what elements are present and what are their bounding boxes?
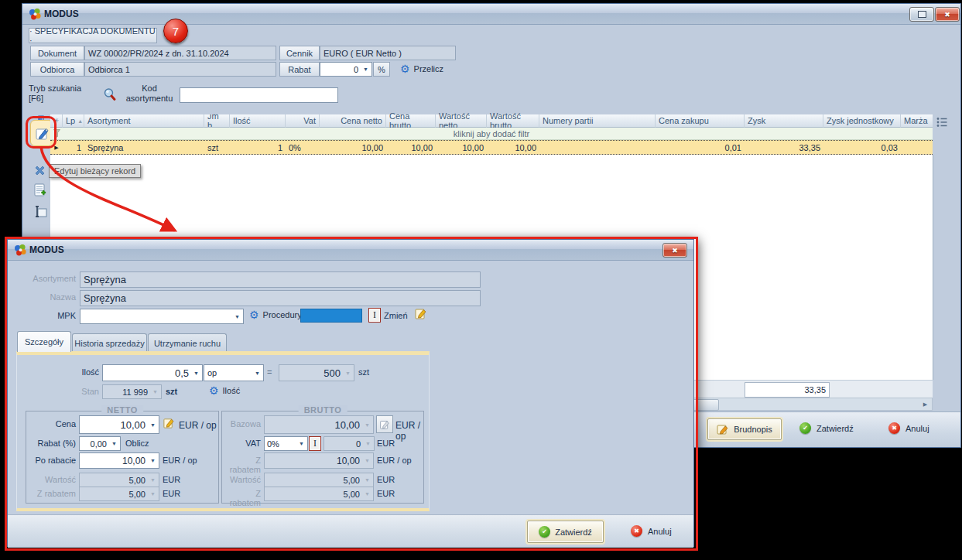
brutto-groupbox: BRUTTO Bazowa 10,00 ▼ EUR / op VAT 0% ▼ … [221,411,424,504]
cell-cena-netto[interactable]: 10,00 [320,141,386,154]
grid-header: ✳ Lp ▲ Asortyment Jm b... Ilość Vat Cena… [50,114,933,128]
grid-header-jm[interactable]: Jm b... [204,114,230,128]
scrollbar-right-arrow[interactable]: ▶ [919,399,931,409]
unit-dropdown[interactable]: op ▼ [204,364,264,381]
cell-wartosc-brutto[interactable]: 10,00 [487,141,539,154]
grid-header-marza[interactable]: Marża [901,114,933,128]
cell-marza[interactable] [901,141,933,154]
cena-input[interactable]: 10,00 ▼ [79,415,159,434]
modal-titlebar[interactable]: MODUS ✖ [8,240,693,261]
zmien-label[interactable]: Zmień [384,311,408,320]
bazowa-label: Bazowa [222,419,261,429]
chevron-down-icon[interactable]: ▼ [360,63,371,76]
stan-unit-label: szt [166,387,177,396]
cena-chevron-down-icon[interactable]: ▼ [147,416,159,433]
procedury-color-swatch[interactable] [300,309,362,323]
grid-header-vat[interactable]: Vat [286,114,320,128]
cell-zysk-jednostkowy[interactable]: 0,03 [823,141,901,154]
main-zatwierdz-button[interactable]: ✔ Zatwierdź [799,422,854,434]
rename-icon[interactable] [33,204,48,220]
add-document-icon[interactable] [33,183,47,199]
cennik-value-box[interactable]: EURO ( EUR Netto ) [320,46,456,60]
rabat-pct-input[interactable]: 0,00 ▼ [79,436,121,451]
grid-header-zysk[interactable]: Zysk [745,114,823,128]
asortyment-label: Asortyment [8,274,76,283]
rabat-input[interactable]: 0 ▼ [320,62,372,77]
grid-header-wartosc-netto[interactable]: Wartość netto [436,114,487,128]
brudnopis-button[interactable]: Brudnopis [707,418,782,440]
przelicz-button[interactable]: ⚙ Przelicz [400,62,443,75]
modal-close-button[interactable]: ✖ [662,243,687,258]
spec-header[interactable]: · SPECYFIKACJA DOKUMENTU · [29,28,157,43]
search-input[interactable] [180,87,338,103]
ilosc-input[interactable]: 0,5 ▼ [102,364,203,381]
grid-header-cena-brutto[interactable]: Cena brutto [386,114,436,128]
cell-zysk[interactable]: 33,35 [745,141,823,154]
cell-wartosc-netto[interactable]: 10,00 [436,141,487,154]
grid-header-ilosc[interactable]: Ilość [230,114,286,128]
grid-header-cena-zakupu[interactable]: Cena zakupu [656,114,745,128]
dokument-value-box[interactable]: WZ 00002/PR/2024 z dn. 31.10.2024 [84,46,276,60]
grid-header-asortyment[interactable]: Asortyment [84,114,204,128]
cell-lp[interactable]: 1 [63,141,84,154]
modal-close-icon: ✖ [672,247,678,254]
ibeam-change-button[interactable]: I [368,308,381,323]
main-close-button[interactable]: ✖ [935,7,960,22]
search-icon[interactable] [103,87,117,103]
vat-ibeam-button[interactable]: I [309,436,321,451]
grid-header-lp[interactable]: Lp ▲ [63,114,84,128]
main-zatwierdz-label: Zatwierdź [817,424,854,433]
cena-label: Cena [26,419,76,429]
grid-filter-row[interactable]: kliknij aby dodać filtr [50,128,933,140]
delete-record-icon[interactable] [33,164,46,179]
cena-notes-icon[interactable] [163,417,175,429]
notes-icon[interactable] [414,307,427,320]
main-anuluj-button[interactable]: ✖ Anuluj [888,422,929,434]
modal-zatwierdz-button[interactable]: ✔ Zatwierdź [527,521,604,543]
main-titlebar[interactable]: MODUS ✖ [22,4,960,25]
grid-header-zysk-jednostkowy[interactable]: Zysk jednostkowy [823,114,901,128]
mpk-dropdown[interactable]: ▼ [80,309,244,324]
restore-button[interactable] [909,7,934,22]
cell-asortyment[interactable]: Sprężyna [84,141,204,154]
rabat-label: Rabat [288,65,310,74]
vat-chevron-down-icon[interactable]: ▼ [296,437,307,450]
grid-header-numery-partii[interactable]: Numery partii [539,114,656,128]
asortyment-field: Sprężyna [80,271,481,288]
grid-data-row[interactable]: ▶ 1 Sprężyna szt 1 0% 10,00 10,00 10,00 … [50,140,933,155]
cennik-label-box: Cennik [279,46,320,60]
bazowa-notes-button[interactable] [376,415,393,433]
ilosc-chevron-down-icon[interactable]: ▼ [190,365,202,381]
po-rabacie-chevron-down-icon[interactable]: ▼ [147,453,159,468]
mpk-chevron-down-icon[interactable]: ▼ [231,309,243,323]
odbiorca-value-box[interactable]: Odbiorca 1 [84,62,276,77]
po-rabacie-input[interactable]: 10,00 ▼ [79,452,159,469]
unit-chevron-down-icon[interactable]: ▼ [252,365,263,381]
restore-icon [918,11,926,18]
column-chooser-icon[interactable] [936,116,948,130]
oblicz-label[interactable]: Oblicz [125,439,149,448]
edit-modal: MODUS ✖ Asortyment Sprężyna Nazwa Spręży… [7,239,694,547]
tab-utrzymanie-ruchu[interactable]: Utrzymanie ruchu [148,333,227,352]
procedury-button[interactable]: ⚙ Procedury [249,309,302,320]
brutto-wartosc-unit: EUR [377,475,395,484]
tab-historia-sprzedazy[interactable]: Historia sprzedaży [72,333,147,352]
vat-dropdown[interactable]: 0% ▼ [264,436,308,451]
cell-vat[interactable]: 0% [286,141,320,154]
ilosc-gear-button[interactable]: ⚙ Ilość [209,385,240,396]
cell-ilosc[interactable]: 1 [230,141,286,154]
rabat-chevron-down-icon[interactable]: ▼ [108,437,120,450]
rabat-label-box: Rabat [279,62,320,77]
cell-cena-zakupu[interactable]: 0,01 [656,141,745,154]
grid-header-cena-netto[interactable]: Cena netto [320,114,386,128]
grid-header-wartosc-brutto[interactable]: Wartość brutto [487,114,539,128]
bazowa-chevron: ▼ [361,416,373,433]
cell-numery-partii[interactable] [539,141,656,154]
cell-jm[interactable]: szt [204,141,230,154]
modal-anuluj-button[interactable]: ✖ Anuluj [631,525,672,537]
cell-cena-brutto[interactable]: 10,00 [386,141,436,154]
netto-wartosc-chevron: ▼ [147,473,159,487]
modal-zatwierdz-label: Zatwierdź [555,528,592,537]
tab-szczegoly[interactable]: Szczegóły [17,331,71,352]
footer-zysk-total: 33,35 [804,385,826,394]
